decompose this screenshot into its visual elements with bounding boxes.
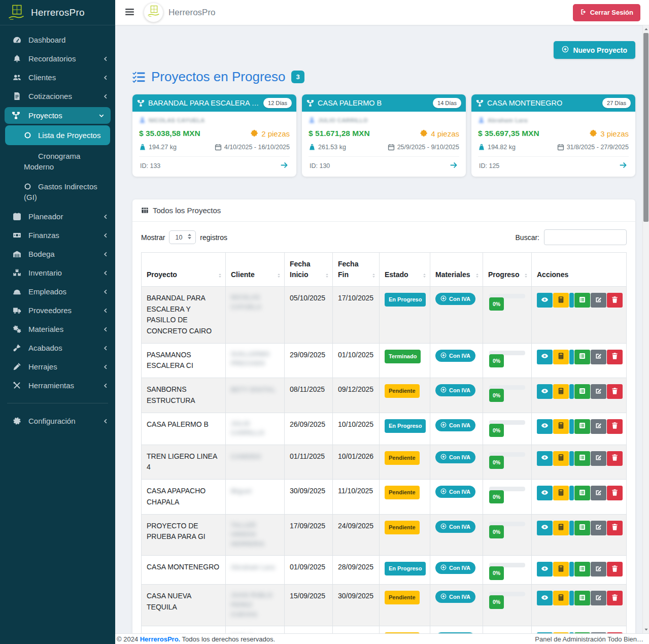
sidebar-subitem[interactable]: Lista de Proyectos	[5, 125, 110, 145]
search-input[interactable]	[544, 229, 627, 245]
details-list-button[interactable]	[574, 350, 590, 364]
sidebar-item-proyectos[interactable]: Proyectos	[5, 107, 111, 124]
view-button[interactable]	[537, 521, 553, 535]
sidebar-subitem[interactable]: Gastos Indirectos (GI)	[0, 177, 115, 207]
teal-slim-button[interactable]	[569, 293, 574, 308]
edit-button[interactable]	[591, 562, 606, 577]
sidebar-item[interactable]: Cotizaciones	[0, 87, 115, 106]
sidebar-item[interactable]: Finanzas	[0, 226, 115, 245]
sidebar-item[interactable]: Materiales	[0, 320, 115, 338]
open-project-button[interactable]	[280, 161, 289, 171]
teal-slim-button[interactable]	[569, 591, 574, 605]
teal-slim-button[interactable]	[569, 350, 574, 364]
column-header[interactable]: Fecha Fin	[333, 253, 380, 287]
calculator-button[interactable]	[553, 486, 569, 500]
view-button[interactable]	[537, 591, 553, 605]
delete-button[interactable]	[607, 419, 623, 434]
scrollbar[interactable]	[642, 25, 649, 633]
per-page-select[interactable]: 10	[169, 230, 196, 244]
con-iva-button[interactable]: Con IVA	[435, 419, 475, 431]
view-button[interactable]	[537, 486, 553, 500]
view-button[interactable]	[537, 293, 553, 308]
calculator-button[interactable]	[553, 419, 569, 434]
calculator-button[interactable]	[553, 451, 569, 466]
sidebar-item[interactable]: Acabados	[0, 338, 115, 357]
details-list-button[interactable]	[574, 486, 590, 500]
sidebar-item[interactable]: Herrajes	[0, 357, 115, 376]
delete-button[interactable]	[607, 384, 623, 399]
edit-button[interactable]	[591, 451, 606, 466]
sidebar-item[interactable]: Empleados	[0, 282, 115, 301]
edit-button[interactable]	[591, 384, 606, 399]
teal-slim-button[interactable]	[569, 521, 574, 535]
details-list-button[interactable]	[574, 591, 590, 605]
column-header[interactable]: Estado	[380, 253, 430, 287]
view-button[interactable]	[537, 419, 553, 434]
con-iva-button[interactable]: Con IVA	[435, 350, 475, 362]
calculator-button[interactable]	[553, 384, 569, 399]
con-iva-button[interactable]: Con IVA	[435, 384, 475, 396]
sidebar-subitem[interactable]: Cronograma Moderno	[0, 146, 115, 177]
delete-button[interactable]	[607, 293, 623, 308]
scroll-down-arrow[interactable]	[643, 626, 649, 633]
sidebar-item-configuracion[interactable]: Configuración	[0, 412, 115, 430]
calculator-button[interactable]	[553, 562, 569, 577]
delete-button[interactable]	[607, 451, 623, 466]
column-header[interactable]: Progreso	[483, 253, 532, 287]
sidebar-item[interactable]: Planeador	[0, 207, 115, 226]
logout-button[interactable]: Cerrar Sesión	[573, 4, 640, 21]
con-iva-button[interactable]: Con IVA	[435, 591, 475, 603]
view-button[interactable]	[537, 451, 553, 466]
details-list-button[interactable]	[574, 384, 590, 399]
scroll-up-arrow[interactable]	[643, 26, 649, 32]
view-button[interactable]	[537, 562, 553, 577]
sidebar-item[interactable]: Inventario	[0, 263, 115, 282]
calculator-button[interactable]	[553, 293, 569, 308]
column-header[interactable]: Materiales	[430, 253, 483, 287]
view-button[interactable]	[537, 384, 553, 399]
column-header[interactable]: Cliente	[226, 253, 285, 287]
new-project-button[interactable]: Nuevo Proyecto	[554, 41, 635, 59]
edit-button[interactable]	[591, 350, 606, 364]
scrollbar-thumb[interactable]	[643, 33, 648, 222]
sidebar-item[interactable]: Proveedores	[0, 301, 115, 320]
con-iva-button[interactable]: Con IVA	[435, 486, 475, 498]
teal-slim-button[interactable]	[569, 562, 574, 577]
details-list-button[interactable]	[574, 293, 590, 308]
teal-slim-button[interactable]	[569, 419, 574, 434]
delete-button[interactable]	[607, 562, 623, 577]
teal-slim-button[interactable]	[569, 486, 574, 500]
details-list-button[interactable]	[574, 562, 590, 577]
delete-button[interactable]	[607, 591, 623, 605]
sidebar-item[interactable]: Bodega	[0, 245, 115, 263]
edit-button[interactable]	[591, 521, 606, 535]
column-header[interactable]: Acciones	[532, 253, 627, 287]
details-list-button[interactable]	[574, 451, 590, 466]
view-button[interactable]	[537, 350, 553, 364]
teal-slim-button[interactable]	[569, 451, 574, 466]
con-iva-button[interactable]: Con IVA	[435, 451, 475, 463]
column-header[interactable]: Proyecto	[142, 253, 226, 287]
sidebar-item[interactable]: Clientes	[0, 68, 115, 87]
con-iva-button[interactable]: Con IVA	[435, 293, 475, 305]
calculator-button[interactable]	[553, 591, 569, 605]
edit-button[interactable]	[591, 293, 606, 308]
sidebar-item[interactable]: Recordatorios	[0, 49, 115, 68]
edit-button[interactable]	[591, 486, 606, 500]
calculator-button[interactable]	[553, 521, 569, 535]
open-project-button[interactable]	[450, 161, 458, 171]
calculator-button[interactable]	[553, 350, 569, 364]
delete-button[interactable]	[607, 350, 623, 364]
column-header[interactable]: Fecha Inicio	[285, 253, 333, 287]
con-iva-button[interactable]: Con IVA	[435, 521, 475, 533]
delete-button[interactable]	[607, 521, 623, 535]
open-project-button[interactable]	[619, 161, 628, 171]
details-list-button[interactable]	[574, 521, 590, 535]
menu-toggle-button[interactable]	[125, 7, 134, 18]
delete-button[interactable]	[607, 486, 623, 500]
teal-slim-button[interactable]	[569, 384, 574, 399]
edit-button[interactable]	[591, 591, 606, 605]
sidebar-item[interactable]: Herramientas	[0, 376, 115, 395]
con-iva-button[interactable]: Con IVA	[435, 562, 475, 574]
sidebar-item[interactable]: Dashboard	[0, 30, 115, 49]
